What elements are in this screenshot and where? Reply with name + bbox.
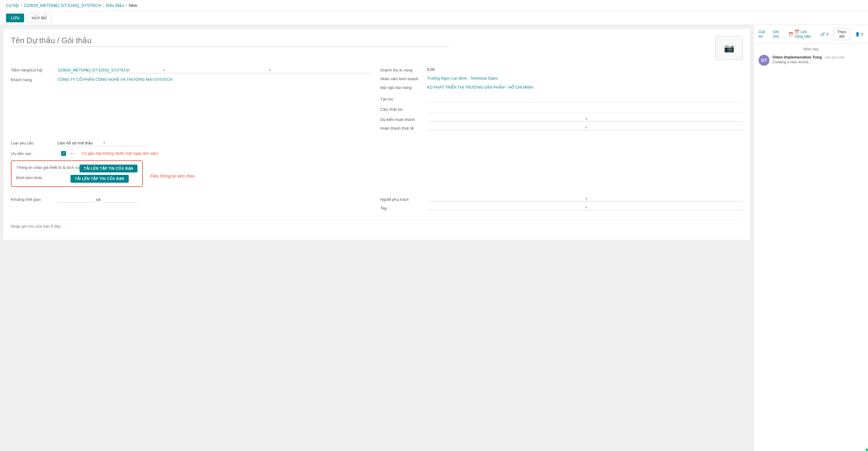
- message-author: Odoo Implemenation Tung: [772, 55, 822, 59]
- left-col-empty: [11, 96, 373, 134]
- co-gap-note: Có gặp hay không (dưới một ngày làm việc…: [82, 151, 158, 156]
- upload-row1: Thông tin chào giá thiết bị & dịch vụ TẢ…: [16, 164, 137, 173]
- tab-ghi-chu[interactable]: Ghi chú: [773, 30, 782, 38]
- upload-row2-label: Đính kèm khác: [16, 175, 70, 180]
- avatar-initials: OT: [761, 58, 767, 63]
- upload-row1-label: Thông tin chào giá thiết bị & dịch vụ: [16, 164, 80, 170]
- bottom-left: Khoảng thời gian tới: [11, 197, 373, 214]
- red-arrow-icon: ←: [70, 150, 76, 157]
- external-link-icon[interactable]: ↗: [268, 68, 373, 72]
- tag-arrow: ▼: [585, 206, 743, 209]
- user-badge: 👤 0: [855, 32, 863, 36]
- uu-tien-cao-row: Ưu tiên cao ✓ ← Có gặp hay không (dưới m…: [11, 150, 743, 157]
- uu-tien-checkbox[interactable]: ✓: [61, 151, 66, 156]
- files-note: Files thông tin kèm theo: [150, 174, 195, 178]
- chatter-icons: 🔗 0 Theo dõi 👤 0: [820, 28, 863, 40]
- tab-len-cong-viec[interactable]: ⏰ ⏰ Lên công việc: [788, 30, 814, 38]
- form-area: 📷 Tiềm năng/Cơ hội 210629_METONE( GT-526…: [0, 25, 753, 451]
- breadcrumb-sep1: /: [21, 3, 22, 8]
- two-col-form: Tiềm năng/Cơ hội 210629_METONE( GT-526S)…: [11, 67, 743, 94]
- breadcrumb-part3[interactable]: Đấu thầu: [106, 3, 124, 8]
- field-loai-yeu-cau: Loại yêu cầu Làm hồ sơ mời thầu ▼: [11, 140, 743, 146]
- field-nguoi-phu-trach: Người phụ trách ▼: [380, 197, 743, 202]
- nhan-vien-value[interactable]: Trương Ngọc Lan Bình - Technical Sales: [427, 76, 498, 81]
- bottom-right: Người phụ trách ▼ Tag: [380, 197, 743, 214]
- field-hoan-thanh: Hoàn thành thực tế ▼: [380, 125, 743, 130]
- khoang-tg-label: Khoảng thời gian: [11, 197, 58, 202]
- message-text: Creating a new record...: [772, 60, 863, 64]
- field-tao-luc: Tạo lúc: [380, 96, 743, 103]
- tag-label: Tag: [380, 205, 427, 210]
- breadcrumb-sep3: /: [126, 3, 127, 8]
- tao-luc-label: Tạo lúc: [380, 96, 427, 101]
- right-col: Doanh thu kì vọng 0,00 Nhân viên kinh do…: [380, 67, 743, 94]
- upload-btn-2[interactable]: TẢI LÊN TẬP TIN CỦA BẠN: [70, 175, 129, 183]
- form-card: 📷 Tiềm năng/Cơ hội 210629_METONE( GT-526…: [4, 29, 750, 240]
- field-tiem-nang: Tiềm năng/Cơ hội 210629_METONE( GT-526S)…: [11, 67, 373, 73]
- field-du-kien: Dự kiến hoàn thành ▼: [380, 117, 743, 122]
- left-col: Tiềm năng/Cơ hội 210629_METONE( GT-526S)…: [11, 67, 373, 94]
- khoang-tg-start[interactable]: [58, 197, 94, 203]
- photo-upload[interactable]: 📷: [715, 36, 743, 60]
- upload-row2: Đính kèm khác TẢI LÊN TẬP TIN CỦA BẠN: [16, 175, 137, 183]
- breadcrumb-part1[interactable]: Cơ hội: [6, 3, 19, 8]
- khach-hang-value[interactable]: CÔNG TY CỔ PHẦN CÔNG NGHỆ VÀ THƯƠNG MẠI …: [58, 77, 373, 82]
- paperclip-icon: 🔗: [820, 32, 825, 36]
- hoan-thanh-arrow: ▼: [585, 126, 743, 129]
- tab-gui-tin[interactable]: Gửi tin: [758, 30, 767, 38]
- user-count: 0: [861, 32, 863, 36]
- message-time: một giờ trước: [825, 56, 845, 59]
- nguoi-phu-trach-select[interactable]: ▼: [427, 197, 743, 201]
- cancel-button[interactable]: HỦY BỎ: [27, 13, 52, 22]
- paperclip-badge: 🔗 0: [820, 32, 829, 36]
- notes-input[interactable]: [11, 224, 743, 229]
- paperclip-count: 0: [827, 32, 829, 36]
- field-tag: Tag ▼: [380, 205, 743, 210]
- chatter-tabs: Gửi tin Ghi chú ⏰ ⏰ Lên công việc 🔗 0 Th…: [754, 25, 868, 43]
- breadcrumb-part2[interactable]: 210629_METONE( GT-526S)_SYSTECH: [24, 3, 101, 8]
- breadcrumb-sep2: /: [103, 3, 104, 8]
- nguoi-phu-trach-arrow: ▼: [585, 197, 743, 201]
- save-button[interactable]: LƯU: [6, 13, 24, 22]
- khoang-tg-end[interactable]: [103, 197, 139, 203]
- theo-doi-button[interactable]: Theo dõi: [833, 28, 850, 40]
- avatar: OT: [758, 55, 770, 66]
- camera-icon: 📷: [724, 43, 735, 53]
- doi-ngu-value[interactable]: KD PHÁT TRIỂN THỊ TRƯỜNG SẢN PHẨM - HỒ C…: [427, 85, 743, 90]
- bottom-fields: Khoảng thời gian tới Người phụ trách: [11, 197, 743, 214]
- title-row: 📷: [11, 36, 743, 60]
- du-kien-arrow: ▼: [585, 117, 743, 121]
- khach-hang-label: Khách hàng: [11, 77, 58, 82]
- main-layout: 📷 Tiềm năng/Cơ hội 210629_METONE( GT-526…: [0, 25, 868, 451]
- field-doanh-thu: Doanh thu kì vọng 0,00: [380, 67, 743, 72]
- message-item: OT Odoo Implemenation Tung một giờ trước…: [758, 55, 863, 66]
- nguoi-phu-trach-label: Người phụ trách: [380, 197, 427, 202]
- tiem-nang-text: 210629_METONE( GT-526S)_SYSTECH: [58, 68, 162, 72]
- date-section: Tạo lúc Cập nhật lúc Dự kiến hoàn thành …: [11, 96, 743, 134]
- hoan-thanh-select[interactable]: ▼: [427, 125, 743, 130]
- loai-yeu-cau-select[interactable]: Làm hồ sơ mời thầu ▼: [58, 140, 148, 146]
- dropdown-arrow-icon: ▼: [162, 68, 267, 72]
- tiem-nang-value: 210629_METONE( GT-526S)_SYSTECH ▼ ↗: [58, 67, 373, 73]
- breadcrumb-current: New: [129, 3, 137, 8]
- loai-yeu-cau-arrow: ▼: [103, 141, 148, 145]
- tiem-nang-label: Tiềm năng/Cơ hội: [11, 67, 58, 72]
- loai-yeu-cau-section: Loại yêu cầu Làm hồ sơ mời thầu ▼ Ưu tiê…: [11, 140, 743, 157]
- title-input[interactable]: [11, 36, 450, 47]
- today-label: Hôm nay: [758, 47, 863, 51]
- to-label: tới: [96, 198, 101, 202]
- tag-select[interactable]: ▼: [427, 205, 743, 210]
- action-bar: LƯU HỦY BỎ: [0, 11, 868, 25]
- uu-tien-cao-label: Ưu tiên cao: [11, 151, 58, 156]
- du-kien-select[interactable]: ▼: [427, 117, 743, 121]
- tiem-nang-select[interactable]: 210629_METONE( GT-526S)_SYSTECH ▼ ↗: [58, 67, 373, 73]
- field-doi-ngu: Đội ngũ bán hàng KD PHÁT TRIỂN THỊ TRƯỜN…: [380, 85, 743, 90]
- field-cap-nhat: Cập nhật lúc: [380, 107, 743, 113]
- user-icon: 👤: [855, 32, 860, 36]
- chatter-body: Hôm nay OT Odoo Implemenation Tung một g…: [754, 43, 868, 451]
- upload-highlight-box: Thông tin chào giá thiết bị & dịch vụ TẢ…: [11, 160, 143, 187]
- upload-btn-1[interactable]: TẢI LÊN TẬP TIN CỦA BẠN: [80, 164, 138, 173]
- field-khoang-tg: Khoảng thời gian tới: [11, 197, 373, 203]
- message-content: Odoo Implemenation Tung một giờ trước Cr…: [772, 55, 863, 66]
- right-col-dates: Tạo lúc Cập nhật lúc Dự kiến hoàn thành …: [380, 96, 743, 134]
